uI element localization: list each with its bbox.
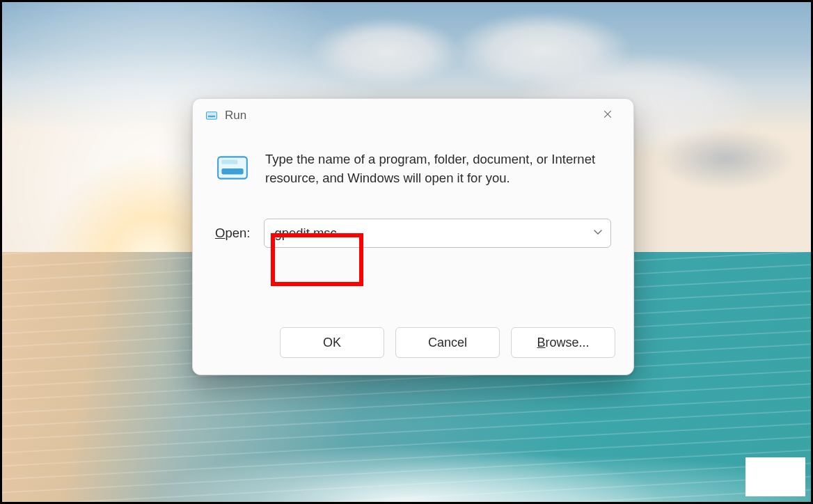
run-large-icon [215, 150, 250, 185]
close-icon [603, 109, 613, 122]
run-dialog: Run Type the name of a program, folder, … [192, 98, 634, 375]
wallpaper-cloud [310, 17, 463, 87]
dialog-button-row: OK Cancel Browse... [280, 327, 615, 358]
titlebar[interactable]: Run [193, 99, 633, 132]
dialog-title: Run [225, 109, 246, 123]
watermark-patch [745, 457, 805, 496]
dialog-description: Type the name of a program, folder, docu… [265, 150, 599, 188]
dialog-body: Type the name of a program, folder, docu… [193, 132, 633, 248]
open-combobox[interactable] [264, 219, 611, 248]
cancel-button[interactable]: Cancel [395, 327, 500, 358]
button-label: Browse... [537, 336, 589, 350]
wallpaper-cloud [452, 12, 633, 88]
wallpaper-foam [2, 412, 811, 502]
button-label: OK [323, 336, 341, 350]
open-label: Open: [215, 226, 250, 241]
ok-button[interactable]: OK [280, 327, 384, 358]
svg-rect-1 [208, 116, 216, 117]
desktop-viewport: Run Type the name of a program, folder, … [0, 0, 813, 504]
wallpaper-cloud [656, 127, 795, 190]
svg-rect-4 [221, 160, 237, 164]
svg-rect-3 [221, 168, 243, 174]
run-app-icon [205, 109, 218, 122]
browse-button[interactable]: Browse... [511, 327, 615, 358]
open-input[interactable] [265, 219, 610, 247]
close-button[interactable] [592, 103, 624, 128]
button-label: Cancel [428, 336, 467, 350]
